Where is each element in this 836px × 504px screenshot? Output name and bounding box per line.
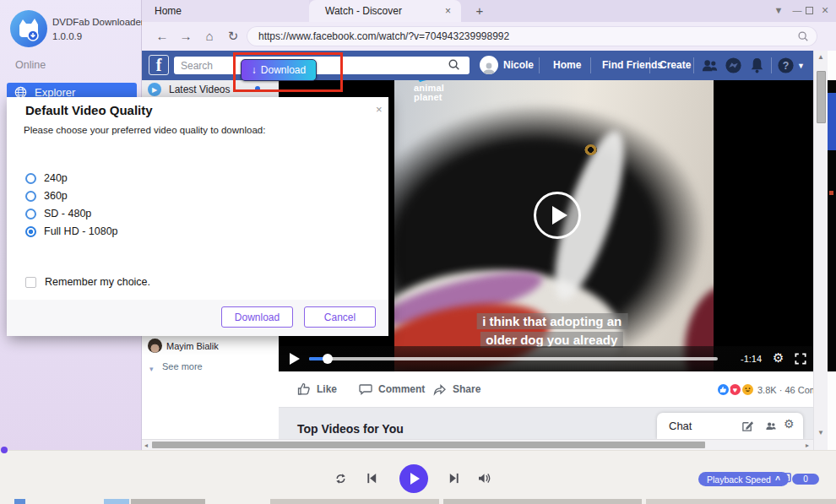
fullscreen-icon[interactable] [795, 353, 806, 365]
page-edge-sliver [828, 51, 836, 450]
account-chevron-icon[interactable]: ▼ [797, 62, 805, 70]
hscroll-right-icon[interactable]: ▸ [806, 442, 809, 449]
profile-name[interactable]: Mayim Bialik [166, 341, 219, 351]
like-thumb-icon [297, 382, 311, 396]
help-icon[interactable]: ? [776, 56, 795, 75]
chat-panel[interactable]: Chat ⚙ [657, 413, 803, 439]
url-input[interactable] [257, 30, 797, 43]
thumbnail-sliver [14, 499, 25, 504]
remember-choice-row[interactable]: Remember my choice. [25, 276, 150, 288]
previous-icon[interactable] [366, 472, 378, 485]
engagement-stats[interactable]: 3.8K · 46 Comme [757, 385, 813, 395]
notifications-bell-icon[interactable] [747, 56, 767, 75]
download-queue-icon[interactable] [777, 472, 792, 485]
facebook-search-input[interactable] [174, 57, 470, 74]
fb-nav-home[interactable]: Home [553, 59, 581, 71]
volume-slider-dot[interactable] [1, 447, 8, 453]
svg-text:?: ? [783, 60, 790, 72]
quality-option-480p[interactable]: SD - 480p [25, 208, 91, 219]
vscroll-up-icon[interactable]: ▲ [817, 53, 824, 61]
window-menu-icon[interactable]: ▼ [772, 3, 785, 17]
player-play-icon [410, 473, 420, 485]
window-minimize-icon[interactable]: — [790, 3, 804, 17]
video-settings-gear-icon[interactable]: ⚙ [773, 350, 784, 366]
friend-requests-icon[interactable] [700, 56, 719, 75]
radio-360p[interactable] [25, 191, 36, 202]
dialog-title: Default Video Quality [25, 103, 153, 117]
share-arrow-icon [432, 382, 447, 396]
tab-home[interactable]: Home [142, 0, 309, 22]
tab-watch-discover[interactable]: Watch - Discover × [309, 0, 461, 22]
video-progress-handle[interactable] [323, 354, 333, 364]
video-play-button[interactable] [290, 353, 300, 365]
next-icon[interactable] [448, 472, 460, 485]
like-button[interactable]: Like [297, 382, 337, 396]
dvdfab-logo-icon [8, 8, 49, 49]
user-name[interactable]: Nicole [503, 59, 534, 71]
messenger-icon[interactable] [724, 56, 743, 75]
chat-contacts-icon[interactable] [764, 420, 778, 432]
reaction-like-icon[interactable] [716, 382, 730, 397]
tab-close-icon[interactable]: × [445, 5, 451, 17]
hscroll-left-icon[interactable]: ◂ [144, 442, 148, 449]
horizontal-scrollbar[interactable]: ◂ ▸ [142, 439, 813, 450]
player-play-button[interactable] [399, 464, 428, 493]
chat-compose-icon[interactable] [741, 420, 754, 432]
section-title-top-videos: Top Videos for You [297, 422, 404, 436]
window-maximize-icon[interactable] [806, 7, 813, 14]
radio-1080p[interactable] [25, 226, 36, 237]
player-volume-icon[interactable] [478, 472, 492, 485]
download-button[interactable]: ↓ Download [241, 59, 317, 81]
playback-speed-button[interactable]: Playback Speed ^ [698, 472, 789, 486]
remember-checkbox[interactable] [25, 277, 36, 288]
vscroll-thumb[interactable] [817, 71, 826, 123]
fb-nav-find-friends[interactable]: Find Friends [602, 59, 663, 71]
download-arrow-icon: ↓ [252, 64, 257, 76]
new-tab-button[interactable]: + [471, 3, 488, 19]
quality-option-240p[interactable]: 240p [25, 172, 68, 184]
chat-title: Chat [669, 420, 692, 432]
dialog-message: Please choose your preferred video quali… [24, 125, 265, 135]
profile-avatar[interactable] [148, 339, 162, 353]
hscroll-thumb[interactable] [152, 442, 705, 448]
thumbnail-sliver [104, 499, 129, 504]
video-progress-track[interactable] [309, 357, 718, 360]
vscroll-down-icon[interactable]: ▼ [817, 429, 824, 436]
queue-count-badge[interactable]: 0 [792, 474, 819, 485]
video-play-overlay-button[interactable] [534, 192, 581, 239]
dialog-close-icon[interactable]: × [376, 103, 383, 116]
app-version: 1.0.0.9 [52, 31, 82, 41]
thumbnail-sliver [443, 499, 642, 504]
url-search-icon[interactable] [797, 30, 809, 42]
radio-480p[interactable] [25, 209, 36, 219]
radio-240p[interactable] [25, 173, 36, 184]
fb-nav-create[interactable]: Create [660, 59, 691, 71]
engagement-row: Like Comment Share ♥ 3.8K · 46 Co [279, 371, 813, 408]
vertical-scrollbar[interactable]: ▲ ▼ [813, 51, 828, 450]
chat-settings-gear-icon[interactable]: ⚙ [784, 417, 795, 431]
app-title: DVDFab Downloader [52, 17, 144, 27]
quality-option-360p[interactable]: 360p [25, 190, 68, 202]
caption-line-1: i think that adopting an [476, 313, 627, 329]
dialog-download-button[interactable]: Download [221, 306, 293, 328]
app-window: DVDFab Downloader 1.0.0.9 Online Explore… [0, 0, 836, 504]
see-more-link[interactable]: See more [162, 361, 203, 371]
quality-option-1080p[interactable]: Full HD - 1080p [25, 225, 118, 237]
facebook-logo[interactable]: f [149, 55, 169, 75]
loop-icon[interactable] [334, 472, 348, 485]
browser-toolbar: ← → ⌂ ↻ [142, 22, 836, 51]
user-avatar[interactable] [480, 56, 498, 74]
url-bar[interactable] [247, 26, 817, 46]
home-icon[interactable]: ⌂ [201, 28, 218, 45]
see-more-icon: ▾ [149, 365, 154, 373]
comment-button[interactable]: Comment [359, 382, 425, 396]
facebook-search-icon[interactable] [448, 58, 460, 71]
forward-icon[interactable]: → [177, 28, 194, 45]
refresh-icon[interactable]: ↻ [225, 28, 242, 45]
window-close-icon[interactable]: × [818, 3, 832, 17]
dialog-cancel-button[interactable]: Cancel [304, 306, 376, 328]
reaction-haha-icon[interactable] [741, 382, 755, 397]
back-icon[interactable]: ← [154, 28, 171, 45]
share-button[interactable]: Share [432, 382, 480, 396]
tab-bar: Home Watch - Discover × + ▼ — × [142, 0, 836, 22]
